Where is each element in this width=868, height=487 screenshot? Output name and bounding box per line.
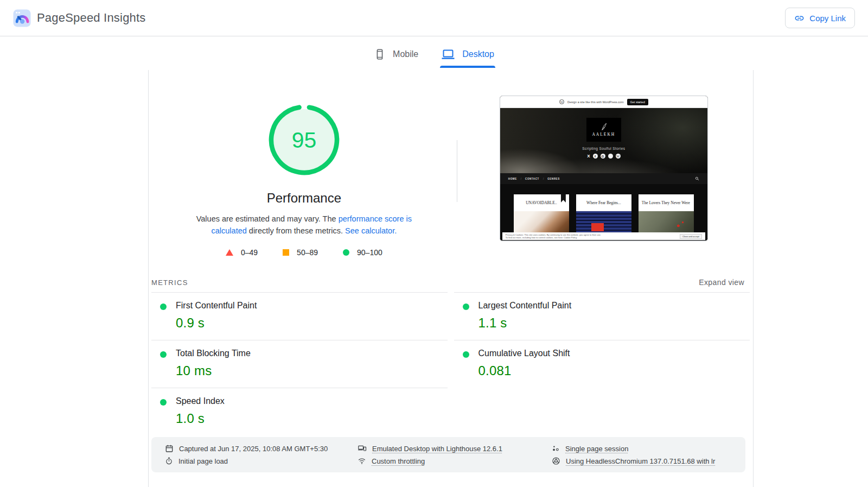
- pass-dot-icon: [463, 303, 469, 310]
- chromium-text: Using HeadlessChromium 137.0.7151.68 wit…: [566, 457, 715, 465]
- app-header: PageSpeed Insights Copy Link: [0, 0, 868, 36]
- tab-desktop-label: Desktop: [462, 49, 494, 59]
- copy-link-label: Copy Link: [809, 14, 846, 23]
- nav-separator: /: [521, 178, 521, 180]
- initial-load-text: Initial page load: [178, 457, 228, 465]
- thumb-tagline: Scripting Soulful Stories: [582, 147, 625, 150]
- thumb-wordpress-banner: W Design a site like this with WordPress…: [500, 96, 707, 108]
- thumb-nav-contact: CONTACT: [525, 178, 539, 180]
- chromium-info[interactable]: Using HeadlessChromium 137.0.7151.68 wit…: [552, 457, 740, 465]
- thumb-banner-text: Design a site like this with WordPress.c…: [567, 100, 624, 104]
- captured-at-text: Captured at Jun 17, 2025, 10:08 AM GMT+5…: [179, 445, 328, 453]
- feather-icon: [599, 123, 608, 131]
- facebook-icon: f: [593, 154, 598, 159]
- thumb-cookie-text: Privacy & Cookies: This site uses cookie…: [506, 233, 601, 239]
- legend-pass-range: 90–100: [357, 248, 382, 257]
- tab-mobile-label: Mobile: [393, 49, 418, 59]
- score-section: 95 Performance Values are estimated and …: [151, 70, 750, 271]
- nav-separator: /: [543, 178, 544, 180]
- legend-fail-range: 0–49: [241, 248, 258, 257]
- emulation-text: Emulated Desktop with Lighthouse 12.6.1: [372, 445, 502, 453]
- pass-dot-icon: [463, 351, 469, 358]
- metric-name: Cumulative Layout Shift: [478, 349, 570, 358]
- wordpress-social-icon: W: [616, 154, 621, 159]
- screenshot-column: W Design a site like this with WordPress…: [457, 70, 750, 271]
- metric-cumulative-layout-shift: Cumulative Layout Shift 0.081: [454, 340, 750, 388]
- thumb-card-title: Where Fear Begins...: [576, 194, 631, 211]
- average-square-icon: [283, 249, 289, 256]
- pass-dot-icon: [160, 399, 167, 406]
- disclaimer-text-mid: directly from these metrics.: [247, 226, 345, 235]
- thumb-posts-area: UNAVOIDABLE.. Where Fear Begins...: [500, 184, 707, 241]
- thumb-hero: AALEKH Scripting Soulful Stories X f G W: [500, 108, 707, 173]
- tab-mobile[interactable]: Mobile: [373, 45, 419, 68]
- wordpress-logo-icon: W: [559, 99, 564, 104]
- github-icon: [608, 154, 613, 159]
- session-info[interactable]: Single page session: [552, 444, 740, 453]
- metric-name: Speed Index: [176, 396, 225, 406]
- legend-fail: 0–49: [226, 248, 258, 257]
- desktop-laptop-icon: [441, 48, 455, 61]
- devices-icon: [358, 444, 367, 453]
- x-social-icon: X: [587, 154, 590, 159]
- site-screenshot-thumbnail[interactable]: W Design a site like this with WordPress…: [500, 96, 708, 241]
- metrics-heading: METRICS: [151, 279, 188, 287]
- metric-first-contentful-paint: First Contentful Paint 0.9 s: [151, 292, 448, 340]
- card-title-text: Where Fear Begins...: [586, 200, 621, 205]
- initial-page-load: Initial page load: [165, 457, 358, 465]
- pass-dot-icon: [160, 351, 167, 358]
- metric-value: 1.0 s: [176, 411, 225, 426]
- metrics-header: METRICS Expand view: [151, 271, 750, 292]
- card-title-text: The Lovers They Never Were: [642, 200, 690, 205]
- thumb-cookie-accept-button: Close and accept: [680, 234, 702, 239]
- capture-info-bar: Captured at Jun 17, 2025, 10:08 AM GMT+5…: [151, 437, 745, 472]
- calendar-icon: [165, 444, 174, 453]
- throttling-info[interactable]: Custom throttling: [358, 457, 552, 465]
- legend-average-range: 50–89: [297, 248, 318, 257]
- metric-name: First Contentful Paint: [176, 301, 257, 311]
- stopwatch-icon: [165, 457, 173, 465]
- disclaimer-text: Values are estimated and may vary. The: [196, 214, 339, 223]
- thumb-cookie-bar: Privacy & Cookies: This site uses cookie…: [502, 232, 705, 240]
- score-disclaimer: Values are estimated and may vary. The p…: [194, 213, 413, 237]
- performance-score-value: 95: [292, 128, 317, 153]
- copy-link-button[interactable]: Copy Link: [785, 8, 855, 28]
- fail-triangle-icon: [226, 249, 233, 256]
- pagespeed-logo-icon: [13, 9, 31, 27]
- see-calculator-link[interactable]: See calculator.: [345, 226, 397, 235]
- tab-desktop[interactable]: Desktop: [440, 45, 495, 68]
- emulation-info[interactable]: Emulated Desktop with Lighthouse 12.6.1: [358, 444, 552, 453]
- score-legend: 0–49 50–89 90–100: [226, 248, 382, 257]
- legend-average: 50–89: [283, 248, 318, 257]
- bookmark-ribbon-icon: [561, 194, 566, 203]
- performance-score-column: 95 Performance Values are estimated and …: [151, 70, 457, 271]
- cookie-line: To find out more, including how to contr…: [506, 236, 601, 239]
- device-tabs: Mobile Desktop: [0, 45, 868, 68]
- metric-value: 0.9 s: [176, 315, 257, 331]
- page-title: PageSpeed Insights: [37, 11, 146, 25]
- thumb-nav-genres: GENRES: [547, 178, 560, 180]
- metric-name: Total Blocking Time: [176, 349, 251, 358]
- captured-at: Captured at Jun 17, 2025, 10:08 AM GMT+5…: [165, 444, 358, 453]
- expand-view-link[interactable]: Expand view: [699, 278, 744, 287]
- metric-total-blocking-time: Total Blocking Time 10 ms: [151, 340, 448, 388]
- metric-value: 1.1 s: [478, 315, 572, 331]
- thumb-site-name: AALEKH: [592, 132, 615, 137]
- legend-pass: 90–100: [343, 248, 382, 257]
- session-text: Single page session: [565, 445, 628, 453]
- thumb-nav-home: HOME: [508, 178, 517, 180]
- metrics-grid: First Contentful Paint 0.9 s Largest Con…: [151, 292, 750, 435]
- metric-name: Largest Contentful Paint: [478, 301, 572, 311]
- metric-empty-cell: [454, 388, 750, 435]
- metric-value: 10 ms: [176, 363, 251, 378]
- pass-dot-icon: [160, 303, 167, 310]
- performance-score-gauge[interactable]: 95: [267, 103, 341, 177]
- metric-speed-index: Speed Index 1.0 s: [151, 388, 448, 435]
- report-container: 95 Performance Values are estimated and …: [148, 70, 754, 487]
- metric-largest-contentful-paint: Largest Contentful Paint 1.1 s: [454, 292, 750, 340]
- performance-title: Performance: [267, 191, 341, 206]
- session-dots-icon: [552, 445, 560, 453]
- thumb-site-logo: AALEKH: [586, 118, 621, 142]
- thumb-get-started-button: Get started: [627, 99, 648, 105]
- throttling-text: Custom throttling: [372, 457, 425, 465]
